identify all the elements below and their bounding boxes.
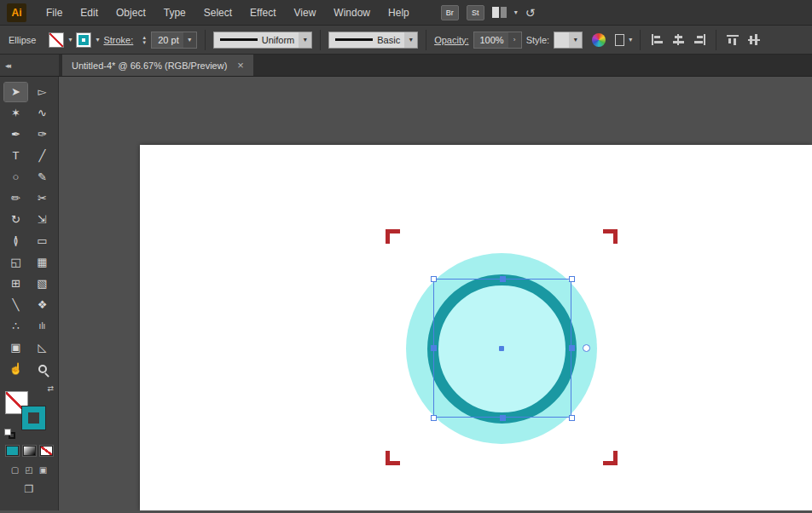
gradient-tool[interactable]: ▧ [31, 274, 54, 293]
rotate-tool[interactable]: ↻ [4, 210, 27, 229]
lasso-tool[interactable]: ∿ [31, 104, 54, 123]
sync-icon[interactable]: ↺ [525, 6, 536, 20]
stroke-label[interactable]: Stroke: [103, 35, 133, 45]
document-tab-title: Untitled-4* @ 66.67% (RGB/Preview) [72, 61, 227, 71]
hand-tool[interactable]: ☝ [4, 360, 27, 378]
document-tab-bar: ◂◂ Untitled-4* @ 66.67% (RGB/Preview) × [0, 55, 812, 77]
document-tab[interactable]: Untitled-4* @ 66.67% (RGB/Preview) × [62, 55, 253, 76]
opacity-select[interactable]: 100% › [473, 32, 522, 49]
draw-inside-icon[interactable]: ▣ [39, 465, 47, 475]
selection-tool[interactable]: ➤ [4, 83, 27, 101]
width-profile-select[interactable]: Uniform ▾ [213, 32, 313, 49]
stepper-down-icon[interactable]: ▼ [142, 40, 147, 45]
menu-file[interactable]: File [38, 3, 71, 22]
handle-bottom-right[interactable] [569, 415, 575, 421]
crop-mark-top-right[interactable] [603, 229, 618, 244]
slice-tool[interactable]: ◺ [31, 338, 54, 357]
document-setup-chevron-icon[interactable]: ▾ [629, 36, 632, 43]
shape-builder-tool[interactable]: ◱ [4, 253, 27, 272]
mesh-tool[interactable]: ⊞ [4, 274, 27, 293]
menu-object[interactable]: Object [107, 3, 154, 22]
scissors-tool[interactable]: ✂ [31, 189, 54, 208]
pencil-tool[interactable]: ✏ [4, 189, 27, 208]
stroke-swatch[interactable] [22, 406, 45, 429]
color-button[interactable] [6, 446, 19, 456]
profile-chevron-icon[interactable]: ▾ [299, 32, 311, 48]
style-chevron-icon[interactable]: ▾ [569, 32, 582, 48]
stroke-chevron-icon[interactable]: ▾ [96, 36, 99, 43]
tab-close-icon[interactable]: × [237, 59, 244, 72]
handle-right-middle[interactable] [569, 345, 575, 351]
handle-top-left[interactable] [431, 276, 437, 282]
horizontal-align-right-button[interactable] [691, 32, 708, 49]
scale-tool[interactable]: ⇲ [31, 210, 54, 229]
eyedropper-tool[interactable]: ╲ [4, 296, 27, 314]
vertical-align-center-button[interactable] [745, 32, 763, 49]
handle-top-right[interactable] [569, 276, 575, 282]
zoom-tool[interactable] [31, 360, 54, 378]
handle-left-middle[interactable] [431, 345, 437, 351]
opacity-label[interactable]: Opacity: [434, 35, 468, 45]
stroke-weight-chevron-icon[interactable]: ▾ [183, 32, 196, 48]
horizontal-align-left-button[interactable] [648, 32, 665, 49]
crop-mark-top-left[interactable] [386, 229, 400, 244]
swap-fill-stroke-icon[interactable]: ⇄ [47, 384, 54, 393]
gradient-button[interactable] [23, 446, 36, 456]
free-transform-tool[interactable]: ▭ [31, 232, 54, 251]
stock-button[interactable]: St [467, 5, 484, 20]
none-button[interactable] [40, 446, 53, 456]
stroke-weight-select[interactable]: 20 pt ▾ [151, 32, 196, 49]
blend-tool[interactable]: ❖ [31, 296, 54, 314]
canvas-area[interactable] [59, 77, 812, 510]
handle-top-middle[interactable] [500, 276, 506, 282]
crop-mark-bottom-left[interactable] [386, 451, 400, 465]
workspace-switcher-icon[interactable] [492, 7, 507, 18]
brush-chevron-icon[interactable]: ▾ [404, 32, 417, 48]
fill-color-swatch[interactable] [49, 32, 64, 48]
perspective-grid-tool[interactable]: ▦ [31, 253, 54, 272]
column-graph-tool[interactable]: ılı [31, 317, 54, 336]
draw-behind-icon[interactable]: ◰ [25, 465, 32, 475]
menu-select[interactable]: Select [195, 3, 241, 22]
stroke-color-swatch[interactable] [76, 32, 91, 48]
change-screen-mode-icon[interactable]: ❐ [25, 483, 34, 495]
style-select[interactable]: ▾ [554, 32, 583, 49]
selection-center-point[interactable] [499, 346, 504, 351]
bridge-button[interactable]: Br [441, 5, 459, 20]
horizontal-align-center-button[interactable] [670, 32, 687, 49]
opacity-chevron-icon[interactable]: › [508, 32, 521, 48]
pen-tool[interactable]: ✒ [4, 125, 27, 144]
live-shape-widget[interactable] [583, 344, 590, 352]
curvature-tool[interactable]: ✑ [31, 125, 54, 144]
artboard-tool[interactable]: ▣ [4, 338, 27, 357]
menu-edit[interactable]: Edit [72, 3, 107, 22]
draw-normal-icon[interactable]: ▢ [11, 465, 19, 475]
paintbrush-tool[interactable]: ✎ [31, 168, 54, 187]
menu-type[interactable]: Type [155, 3, 194, 22]
menu-help[interactable]: Help [380, 3, 418, 22]
stroke-weight-stepper[interactable]: ▲ ▼ [142, 35, 147, 45]
symbol-sprayer-tool[interactable]: ∴ [4, 317, 27, 336]
chevron-down-icon[interactable]: ▾ [514, 9, 518, 16]
magic-wand-tool[interactable]: ✶ [4, 104, 27, 123]
recolor-artwork-icon[interactable] [592, 33, 606, 47]
menu-view[interactable]: View [286, 3, 325, 22]
type-tool[interactable]: T [4, 147, 27, 165]
menu-effect[interactable]: Effect [241, 3, 284, 22]
crop-mark-bottom-right[interactable] [603, 451, 618, 465]
line-segment-tool[interactable]: ╱ [31, 147, 54, 165]
document-setup-icon[interactable] [615, 34, 624, 46]
align-top-icon [727, 34, 740, 45]
vertical-align-top-button[interactable] [724, 32, 741, 49]
menu-window[interactable]: Window [325, 3, 379, 22]
brush-definition-select[interactable]: Basic ▾ [328, 32, 418, 49]
fill-chevron-icon[interactable]: ▾ [68, 36, 72, 43]
collapse-panel-icon[interactable]: ◂◂ [5, 61, 9, 70]
handle-bottom-middle[interactable] [500, 415, 506, 421]
control-bar: Ellipse ▾ ▾ Stroke: ▲ ▼ 20 pt ▾ Uniform … [0, 26, 812, 55]
ellipse-tool[interactable]: ○ [4, 168, 27, 187]
width-tool[interactable]: ≬ [4, 232, 27, 251]
handle-bottom-left[interactable] [431, 415, 437, 421]
default-swatches-icon[interactable] [4, 429, 16, 439]
direct-selection-tool[interactable]: ▻ [31, 83, 54, 101]
